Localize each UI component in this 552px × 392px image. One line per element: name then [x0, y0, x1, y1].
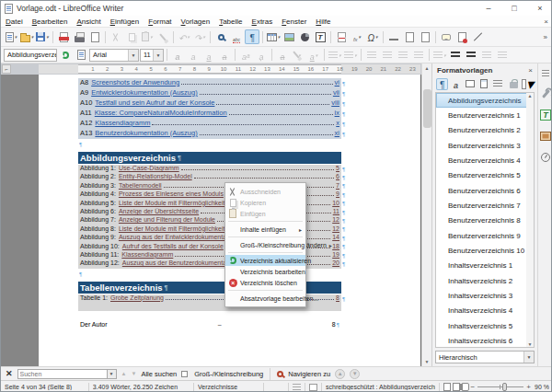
menu-item[interactable]: Vorlagen: [177, 16, 215, 28]
toc-appendix-row[interactable]: A12Klassendiagrammx ¶: [78, 119, 420, 129]
paragraph-style-combo[interactable]: Abbildungsverze ▼: [4, 49, 57, 62]
horizontal-ruler[interactable]: ⌐ 1234567891011121314151617181920212223: [1, 63, 421, 75]
style-item[interactable]: Benutzerverzeichnis 1: [436, 108, 534, 122]
toc-entry-link[interactable]: Screenshots der Anwendung: [91, 78, 179, 86]
toc-page-number[interactable]: 19: [332, 251, 339, 258]
toc-page-number[interactable]: x: [336, 119, 339, 127]
toc-appendix-row[interactable]: A11Klasse: CompareNaturalModuleInformati…: [78, 109, 420, 119]
multi-page-view-icon[interactable]: [453, 383, 460, 391]
single-page-view-icon[interactable]: [443, 383, 451, 391]
fill-format-mode-button[interactable]: [508, 78, 520, 90]
toc-entry-link[interactable]: Klassendiagramm: [121, 251, 173, 258]
context-item-edit-index[interactable]: Verzeichnis bearbeiten: [225, 266, 305, 277]
style-item[interactable]: Benutzerverzeichnis 6: [436, 183, 534, 198]
close-button[interactable]: ×: [527, 1, 552, 16]
character-styles-button[interactable]: [450, 78, 462, 90]
toc-page-number[interactable]: 18: [332, 243, 339, 249]
page-info[interactable]: Seite 4 von 34 (Seite 8): [5, 384, 85, 390]
insert-endnote-button[interactable]: [418, 29, 432, 44]
author-row[interactable]: Der Autor – 8 ¶: [78, 321, 341, 328]
panel-close-icon[interactable]: ×: [528, 66, 533, 75]
toc-appendix-row[interactable]: A10Testfall und sein Aufruf auf der Kons…: [78, 98, 420, 109]
toc-entry-link[interactable]: Tabellenmodell: [119, 182, 162, 189]
insert-line-button[interactable]: [470, 29, 485, 44]
find-and-replace-icon[interactable]: [277, 371, 283, 377]
style-item[interactable]: Benutzerverzeichnis 7: [436, 198, 534, 213]
toc-page-number[interactable]: ix: [335, 109, 339, 117]
insert-footnote-button[interactable]: [402, 29, 417, 44]
toc-page-number[interactable]: 12: [332, 216, 339, 223]
toc-entry-link[interactable]: Klassendiagramm: [95, 119, 150, 127]
print-button[interactable]: [72, 29, 86, 44]
toc-entry-link[interactable]: Prozess des Einlesens eines Moduls: [119, 190, 224, 197]
scroll-up-icon[interactable]: ▲: [528, 93, 533, 98]
open-button[interactable]: ▾: [19, 29, 34, 44]
style-item[interactable]: Inhaltsverzeichnis 2: [436, 273, 534, 288]
style-item[interactable]: Inhaltsverzeichnis 1: [436, 259, 534, 273]
toc-appendix-row[interactable]: A8Screenshots der Anwendungvi ¶: [78, 78, 420, 88]
toc-entry-link[interactable]: Anzeige und Filterung der Module: [119, 216, 215, 223]
toc-entry-link[interactable]: Auszug aus der Entwicklerdokumentation: [119, 234, 236, 240]
search-input[interactable]: [17, 369, 108, 379]
close-document-button[interactable]: ×: [544, 17, 548, 26]
toc-page-number[interactable]: 5: [336, 165, 339, 171]
menu-item[interactable]: Tabelle: [214, 16, 247, 28]
toc-entry-link[interactable]: Aufruf des Testfalls auf der Konsole: [122, 243, 224, 249]
page-styles-button[interactable]: [477, 78, 489, 90]
insert-textbox-button[interactable]: [313, 29, 328, 44]
zoom-slider-thumb[interactable]: [502, 383, 507, 391]
style-item[interactable]: Benutzerverzeichnis 10: [436, 243, 534, 258]
style-item[interactable]: Inhaltsverzeichnis 5: [436, 318, 534, 333]
font-size-combo[interactable]: 11 ▼: [140, 49, 164, 62]
combo-dropdown-icon[interactable]: ▼: [523, 352, 534, 363]
toc-page-number[interactable]: 12: [332, 225, 339, 232]
scrollbar-thumb[interactable]: [423, 89, 431, 128]
search-history-dropdown-icon[interactable]: ▼: [108, 369, 117, 379]
minimize-button[interactable]: –: [476, 1, 501, 16]
styles-deck-icon[interactable]: [539, 109, 552, 121]
toc-page-number[interactable]: xi: [335, 129, 339, 137]
toc-page-number[interactable]: 9: [336, 190, 339, 197]
paragraph-styles-button[interactable]: [436, 78, 448, 90]
gallery-deck-icon[interactable]: [539, 130, 552, 143]
menu-item[interactable]: Bearbeiten: [28, 16, 73, 28]
insert-hyperlink-button[interactable]: [386, 29, 401, 44]
numbered-list-button[interactable]: [448, 48, 463, 63]
export-pdf-button[interactable]: [56, 29, 71, 44]
toc-entry-link[interactable]: Benutzerdokumentation (Auszug): [95, 129, 197, 137]
close-find-bar-icon[interactable]: ✕: [6, 369, 13, 378]
formatting-marks-button[interactable]: [245, 29, 259, 44]
tab-stop-selector[interactable]: ⌐: [2, 64, 11, 74]
toc-entry-link[interactable]: Entity-Relationship-Model: [119, 173, 192, 179]
page-break-button[interactable]: [334, 29, 349, 44]
context-item-update-index[interactable]: Verzeichnis aktualisieren: [225, 255, 305, 266]
context-item-change-case[interactable]: Groß-/Kleinschreibung ändern▸: [225, 239, 305, 250]
style-item[interactable]: Benutzerverzeichnis 4: [436, 153, 534, 167]
toc-page-number[interactable]: 6: [336, 173, 339, 179]
insert-image-button[interactable]: [282, 29, 296, 44]
find-replace-button[interactable]: [213, 29, 228, 44]
font-name-combo[interactable]: Arial ▼: [89, 49, 139, 62]
new-style-from-selection-button[interactable]: ▾: [522, 78, 534, 90]
sidebar-settings-icon[interactable]: [539, 66, 552, 79]
toc-page-number[interactable]: 10: [332, 200, 339, 206]
toc-entry-link[interactable]: Auszug aus der Benutzerdokumentation: [122, 259, 237, 266]
insert-mode-icon[interactable]: [293, 384, 301, 390]
style-item[interactable]: Benutzerverzeichnis 5: [436, 168, 534, 183]
toc-page-number[interactable]: 14: [332, 234, 339, 240]
toolbar-overflow-chevron[interactable]: »: [544, 33, 550, 41]
menu-item[interactable]: Ansicht: [72, 16, 105, 28]
insert-chart-button[interactable]: [297, 29, 312, 44]
toc-entry-link[interactable]: Testfall und sein Aufruf auf der Konsole: [95, 98, 214, 107]
save-button[interactable]: ▾: [35, 29, 50, 44]
toc-page-number[interactable]: viii: [331, 98, 339, 107]
toc-entry-link[interactable]: Grobe Zeitplanung: [110, 294, 164, 301]
toc-entry-link[interactable]: Entwicklerdokumentation (Auszug): [91, 88, 197, 97]
toc-entry-link[interactable]: Anzeige der Übersichtsseite: [119, 208, 199, 214]
menu-item[interactable]: Hilfe: [311, 16, 335, 28]
toc-page-number[interactable]: vi: [335, 78, 339, 86]
zoom-level[interactable]: 90 %: [531, 384, 549, 390]
context-item-paste-special[interactable]: Inhalte einfügen▸: [225, 224, 305, 235]
style-item[interactable]: Benutzerverzeichnis 8: [436, 213, 534, 228]
find-all-button[interactable]: Alle suchen: [141, 370, 177, 378]
